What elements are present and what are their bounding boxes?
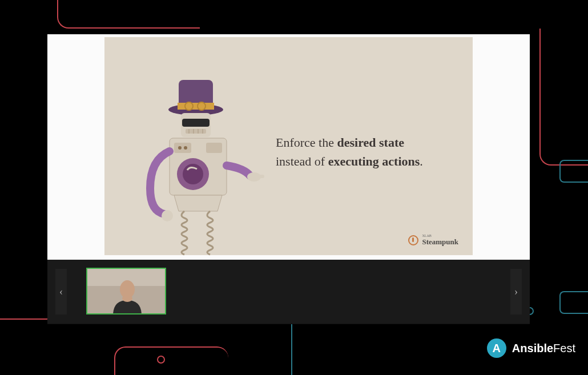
svg-point-25 [122,295,132,302]
bg-decoration [539,29,588,166]
svg-rect-21 [257,175,264,178]
ansible-letter: A [493,342,501,355]
steampunk-text-wrap: XLAB Steampunk [422,234,458,247]
slide-text-part: Enforce the [276,135,337,150]
steampunk-icon [408,235,418,245]
slide-text-part: . [420,154,423,168]
speaker-strip: ‹ › [47,260,530,324]
ansiblefest-logo: A AnsibleFest [487,338,575,358]
robot-illustration [133,74,264,257]
slide: Enforce the desired state instead of exe… [47,34,530,260]
chevron-left-icon: ‹ [59,286,63,298]
ansible-brand-bold: Ansible [512,342,553,354]
presentation-container: Enforce the desired state instead of exe… [47,34,530,324]
bg-decoration [559,291,588,314]
slide-text-bold: executing actions [328,154,420,168]
bg-decoration [559,160,588,183]
svg-point-14 [178,146,182,150]
svg-rect-7 [186,129,206,134]
slide-content: Enforce the desired state instead of exe… [104,37,473,255]
next-arrow[interactable]: › [510,269,522,314]
svg-rect-6 [182,119,210,127]
svg-rect-16 [206,143,222,153]
chevron-right-icon: › [514,286,518,298]
slide-text-bold: desired state [337,135,405,150]
prev-arrow[interactable]: ‹ [55,269,67,314]
svg-point-19 [162,210,173,221]
slide-text-part: instead of [276,154,328,168]
ansible-brand-light: Fest [553,342,575,354]
ansible-icon: A [487,338,506,358]
bg-decoration-dot [157,356,165,364]
svg-rect-2 [178,103,214,110]
svg-point-15 [184,146,187,150]
svg-rect-13 [174,143,191,153]
speaker-thumbnail[interactable] [86,268,166,314]
ansible-text: AnsibleFest [512,342,575,355]
bg-decoration [114,346,228,375]
bg-decoration [0,285,51,320]
bg-decoration [57,0,200,29]
steampunk-logo: XLAB Steampunk [408,234,458,247]
steampunk-name: Steampunk [422,237,458,246]
slide-headline: Enforce the desired state instead of exe… [276,133,423,171]
